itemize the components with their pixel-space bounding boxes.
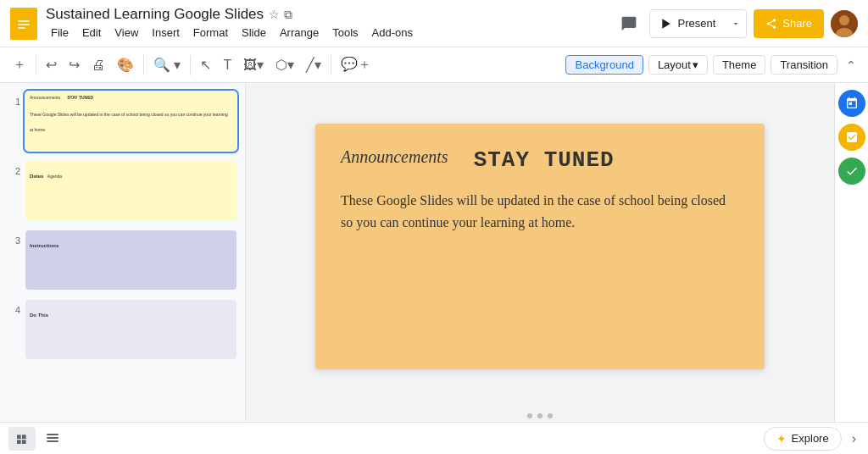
preview-3-heading: Instructions [30, 243, 58, 248]
svg-rect-13 [47, 440, 58, 442]
slide-header-row: Announcements STAY TUNED [341, 147, 739, 173]
menu-file[interactable]: File [46, 25, 74, 41]
zoom-button[interactable]: 🔍 ▾ [149, 53, 185, 76]
slide-preview-3: Instructions [25, 230, 236, 290]
slide-thumb-2[interactable]: 2 Dates Agenda [7, 159, 238, 222]
svg-rect-8 [22, 435, 26, 439]
dot-3 [548, 413, 553, 418]
menu-view[interactable]: View [109, 25, 143, 41]
svg-rect-12 [47, 437, 58, 439]
print-button[interactable]: 🖨 [87, 54, 109, 76]
slide-dots [246, 410, 834, 422]
main-area: 1 Announcements STAY TUNED These Google … [0, 83, 868, 454]
doc-info: Sustained Learning Google Slides ☆ ⧉ Fil… [46, 6, 418, 41]
slide-panel: 1 Announcements STAY TUNED These Google … [0, 83, 246, 454]
preview-1-header: Announcements STAY TUNED [30, 95, 232, 101]
doc-title-row: Sustained Learning Google Slides ☆ ⧉ [46, 6, 418, 23]
tasks-icon[interactable] [838, 124, 865, 151]
check-icon[interactable] [838, 158, 865, 185]
image-button[interactable]: 🖼▾ [239, 53, 268, 76]
top-bar-left: Sustained Learning Google Slides ☆ ⧉ Fil… [10, 6, 418, 41]
undo-button[interactable]: ↩ [42, 53, 61, 76]
layout-label: Layout [658, 58, 691, 71]
slide-preview-1: Announcements STAY TUNED These Google Sl… [25, 91, 236, 151]
menu-insert[interactable]: Insert [147, 25, 185, 41]
present-main-button[interactable]: Present [650, 10, 726, 37]
calendar-icon[interactable] [838, 90, 865, 117]
top-bar: Sustained Learning Google Slides ☆ ⧉ Fil… [0, 0, 868, 47]
transition-button[interactable]: Transition [771, 55, 837, 75]
view-list-button[interactable] [8, 427, 36, 451]
svg-rect-11 [47, 434, 58, 435]
theme-button[interactable]: Theme [713, 55, 765, 75]
collapse-toolbar-button[interactable]: ⌃ [843, 55, 860, 75]
announcements-label: Announcements [341, 147, 448, 167]
explore-star-icon: ✦ [776, 432, 787, 446]
text-button[interactable]: T [219, 54, 236, 76]
present-dropdown-button[interactable] [726, 10, 746, 37]
menu-addons[interactable]: Add-ons [367, 25, 418, 41]
dot-2 [537, 413, 542, 418]
line-button[interactable]: ╱▾ [302, 53, 326, 76]
app-icon [10, 8, 37, 40]
preview-1-staytuned: STAY TUNED [67, 95, 93, 101]
redo-button[interactable]: ↪ [64, 53, 84, 76]
preview-2-sub: Agenda [47, 174, 62, 179]
separator-2 [143, 55, 144, 75]
slide-thumb-1[interactable]: 1 Announcements STAY TUNED These Google … [7, 90, 238, 152]
separator-1 [36, 55, 36, 75]
slide-preview-2: Dates Agenda [25, 161, 236, 220]
explore-button[interactable]: ✦ Explore [764, 427, 842, 451]
bottom-outer: ✦ Explore › [0, 422, 868, 454]
preview-2-heading: Dates [30, 174, 43, 179]
slide-num-4: 4 [8, 305, 20, 315]
slide-num-1: 1 [8, 97, 20, 107]
view-modes [8, 427, 66, 451]
comment-add-button[interactable]: 💬＋ [337, 53, 376, 77]
menu-bar: File Edit View Insert Format Slide Arran… [46, 25, 418, 41]
svg-rect-1 [18, 20, 30, 22]
svg-point-5 [839, 15, 849, 25]
share-button[interactable]: Share [754, 9, 824, 38]
copy-icon[interactable]: ⧉ [284, 8, 292, 22]
preview-1-announce: Announcements [30, 95, 60, 101]
view-grid-button[interactable] [39, 427, 66, 451]
share-label: Share [782, 17, 812, 30]
toolbar-right: Background Layout ▾ Theme Transition ⌃ [565, 55, 860, 75]
svg-rect-7 [17, 435, 21, 439]
preview-1-body: These Google Slides will be updated in t… [30, 104, 232, 135]
canvas-area: Announcements STAY TUNED These Google Sl… [246, 83, 834, 454]
present-button-group: Present [649, 9, 747, 38]
next-page-button[interactable]: › [849, 428, 860, 450]
doc-title-icons: ☆ ⧉ [269, 8, 292, 22]
slide-preview-4: Do This [25, 300, 236, 359]
star-icon[interactable]: ☆ [269, 8, 280, 22]
slide-canvas[interactable]: Announcements STAY TUNED These Google Sl… [246, 83, 834, 410]
layout-chevron-icon: ▾ [693, 58, 698, 71]
menu-slide[interactable]: Slide [236, 25, 271, 41]
present-label: Present [677, 17, 715, 30]
shapes-button[interactable]: ⬡▾ [271, 53, 298, 76]
comment-button[interactable] [615, 10, 643, 37]
separator-4 [331, 55, 331, 75]
svg-rect-10 [22, 440, 26, 444]
slide-thumb-3[interactable]: 3 Instructions [7, 229, 238, 291]
menu-format[interactable]: Format [188, 25, 233, 41]
menu-edit[interactable]: Edit [77, 25, 106, 41]
svg-rect-2 [18, 24, 30, 25]
cursor-button[interactable]: ↖ [196, 53, 215, 76]
menu-tools[interactable]: Tools [327, 25, 363, 41]
layout-button[interactable]: Layout ▾ [648, 55, 708, 75]
background-button[interactable]: Background [565, 55, 643, 75]
slide-thumb-4[interactable]: 4 Do This [7, 298, 238, 361]
avatar[interactable] [831, 10, 858, 37]
doc-title: Sustained Learning Google Slides [46, 6, 264, 23]
top-bar-right: Present Share [615, 9, 858, 38]
add-button[interactable]: ＋ [8, 53, 31, 77]
slide-num-3: 3 [8, 235, 20, 246]
paint-button[interactable]: 🎨 [113, 53, 138, 76]
slide-num-2: 2 [8, 166, 20, 176]
menu-arrange[interactable]: Arrange [275, 25, 324, 41]
toolbar: ＋ ↩ ↪ 🖨 🎨 🔍 ▾ ↖ T 🖼▾ ⬡▾ ╱▾ 💬＋ Background… [0, 47, 868, 83]
right-sidebar [834, 83, 868, 454]
